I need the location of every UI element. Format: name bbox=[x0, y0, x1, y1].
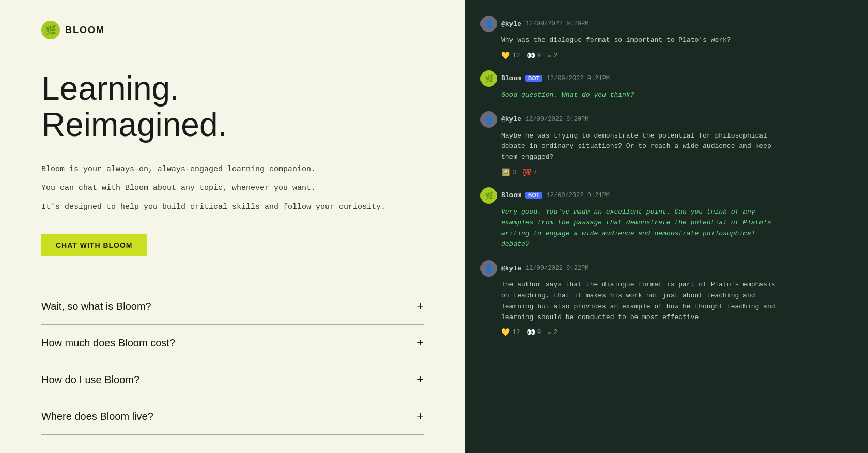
username-bloom-1: Bloom bbox=[501, 74, 521, 82]
faq-question-4: Where does Bloom live? bbox=[41, 411, 153, 422]
bot-badge-2: BOT bbox=[525, 192, 542, 199]
reaction-3-1: 🖼️ 3 bbox=[501, 168, 516, 177]
chat-message-4: 🌿 Bloom BOT 12/09/2022 9:21PM Very good.… bbox=[481, 187, 853, 250]
faq-expand-icon-3: + bbox=[417, 373, 424, 386]
reaction-1-3: ✏️ 2 bbox=[547, 51, 557, 60]
faq-question-3: How do I use Bloom? bbox=[41, 374, 140, 386]
logo-text: BLOOM bbox=[65, 25, 105, 36]
reaction-5-3: ✏️ 2 bbox=[547, 328, 557, 337]
message-header-4: 🌿 Bloom BOT 12/09/2022 9:21PM bbox=[481, 187, 853, 204]
faq-expand-icon-4: + bbox=[417, 410, 424, 423]
chat-message-2: 🌿 Bloom BOT 12/09/2022 9:21PM Good quest… bbox=[481, 70, 853, 101]
message-header-5: 👤 @kyle 12/09/2022 9:22PM bbox=[481, 260, 853, 277]
faq-expand-icon-2: + bbox=[417, 336, 424, 350]
timestamp-4: 12/09/2022 9:21PM bbox=[547, 192, 610, 199]
timestamp-1: 12/09/2022 9:20PM bbox=[525, 20, 588, 27]
bot-badge-1: BOT bbox=[525, 75, 542, 82]
message-header-3: 👤 @kyle 12/09/2022 9:20PM bbox=[481, 111, 853, 128]
description-line-3: It's designed to help you build critical… bbox=[41, 202, 424, 214]
message-header-2: 🌿 Bloom BOT 12/09/2022 9:21PM bbox=[481, 70, 853, 87]
faq-section: Wait, so what is Bloom? + How much does … bbox=[41, 288, 424, 435]
message-header-1: 👤 @kyle 12/09/2022 9:20PM bbox=[481, 16, 853, 32]
message-body-1: Why was the dialogue format so important… bbox=[501, 35, 853, 46]
reactions-3: 🖼️ 3 💯 7 bbox=[501, 168, 853, 177]
faq-item-1[interactable]: Wait, so what is Bloom? + bbox=[41, 288, 424, 324]
faq-item-2[interactable]: How much does Bloom cost? + bbox=[41, 324, 424, 361]
logo-area: 🌿 BLOOM bbox=[41, 21, 424, 39]
hero-description: Bloom is your always-on, always-engaged … bbox=[41, 164, 424, 214]
reaction-3-2: 💯 7 bbox=[522, 168, 537, 177]
message-body-4: Very good. You've made an excellent poin… bbox=[501, 207, 853, 250]
username-1: @kyle bbox=[501, 20, 521, 28]
timestamp-5: 12/09/2022 9:22PM bbox=[525, 265, 588, 272]
right-panel: 👤 @kyle 12/09/2022 9:20PM Why was the di… bbox=[465, 0, 868, 453]
bloom-logo-icon: 🌿 bbox=[41, 21, 60, 39]
username-2: @kyle bbox=[501, 115, 521, 123]
chat-message-5: 👤 @kyle 12/09/2022 9:22PM The author say… bbox=[481, 260, 853, 337]
timestamp-3: 12/09/2022 9:20PM bbox=[525, 116, 588, 123]
username-3: @kyle bbox=[501, 265, 521, 273]
description-line-1: Bloom is your always-on, always-engaged … bbox=[41, 164, 424, 176]
faq-expand-icon-1: + bbox=[417, 299, 424, 313]
chat-message-1: 👤 @kyle 12/09/2022 9:20PM Why was the di… bbox=[481, 16, 853, 60]
chat-message-3: 👤 @kyle 12/09/2022 9:20PM Maybe he was t… bbox=[481, 111, 853, 177]
faq-question-2: How much does Bloom cost? bbox=[41, 337, 175, 349]
message-body-5: The author says that the dialogue format… bbox=[501, 280, 853, 323]
avatar-bloom-2: 🌿 bbox=[481, 187, 497, 204]
hero-title: Learning. Reimagined. bbox=[41, 70, 424, 143]
chat-with-bloom-button[interactable]: CHAT WITH BLOOM bbox=[41, 234, 147, 256]
avatar-kyle-2: 👤 bbox=[481, 111, 497, 128]
avatar-kyle-3: 👤 bbox=[481, 260, 497, 277]
reactions-5: 💛 12 👀 9 ✏️ 2 bbox=[501, 328, 853, 337]
description-line-2: You can chat with Bloom about any topic,… bbox=[41, 183, 424, 194]
reaction-1-2: 👀 9 bbox=[526, 51, 541, 60]
faq-question-1: Wait, so what is Bloom? bbox=[41, 300, 151, 312]
faq-item-4[interactable]: Where does Bloom live? + bbox=[41, 398, 424, 435]
faq-item-3[interactable]: How do I use Bloom? + bbox=[41, 361, 424, 398]
username-bloom-2: Bloom bbox=[501, 191, 521, 199]
reaction-1-1: 💛 12 bbox=[501, 51, 520, 60]
reaction-5-2: 👀 9 bbox=[526, 328, 541, 337]
avatar-bloom-1: 🌿 bbox=[481, 70, 497, 87]
avatar-kyle-1: 👤 bbox=[481, 16, 497, 32]
left-panel: 🌿 BLOOM Learning. Reimagined. Bloom is y… bbox=[0, 0, 465, 453]
message-body-2: Good question. What do you think? bbox=[501, 90, 853, 101]
message-body-3: Maybe he was trying to demonstrate the p… bbox=[501, 131, 853, 163]
timestamp-2: 12/09/2022 9:21PM bbox=[547, 75, 610, 82]
reactions-1: 💛 12 👀 9 ✏️ 2 bbox=[501, 51, 853, 60]
reaction-5-1: 💛 12 bbox=[501, 328, 520, 337]
